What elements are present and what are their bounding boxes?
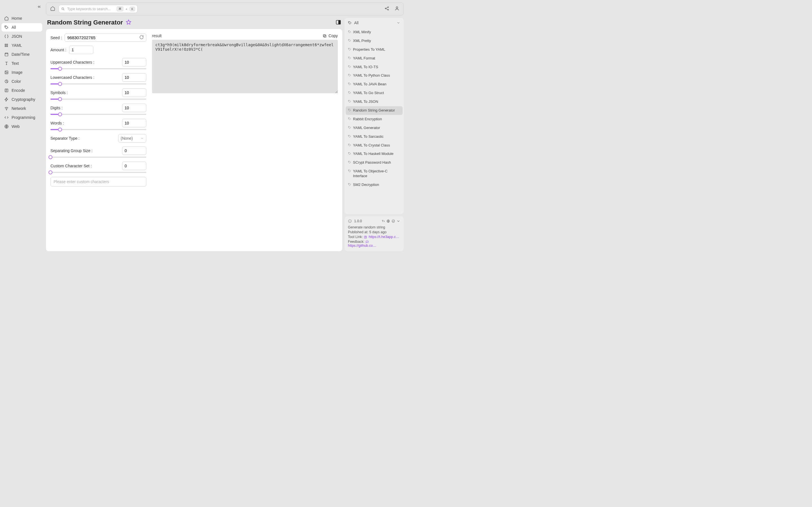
nav-label: Image bbox=[11, 70, 22, 75]
wifi-icon bbox=[4, 106, 9, 111]
tool-item[interactable]: XML Minify bbox=[346, 28, 403, 37]
svg-point-38 bbox=[349, 170, 349, 171]
message-icon bbox=[365, 240, 369, 244]
svg-point-22 bbox=[349, 31, 349, 32]
tool-item-label: XML Minify bbox=[353, 30, 371, 35]
version-text: 1.0.0 bbox=[354, 219, 362, 223]
tool-item[interactable]: YAML To IO-TS bbox=[346, 63, 403, 71]
words-input[interactable] bbox=[122, 119, 146, 127]
svg-point-37 bbox=[349, 162, 349, 162]
home-icon bbox=[4, 16, 9, 20]
group-size-slider[interactable] bbox=[50, 157, 146, 158]
home-button[interactable] bbox=[50, 6, 55, 12]
user-button[interactable] bbox=[395, 6, 400, 12]
svg-rect-4 bbox=[7, 46, 8, 47]
custom-set-count-input[interactable] bbox=[122, 162, 146, 170]
tag-icon bbox=[348, 21, 352, 25]
lowercase-input[interactable] bbox=[122, 73, 146, 82]
nav-item-yaml[interactable]: YAML bbox=[1, 41, 42, 50]
nav-label: Programming bbox=[11, 115, 35, 120]
tool-item-label: Rabbit Encryption bbox=[353, 117, 382, 122]
nav-label: All bbox=[11, 25, 16, 30]
group-size-input[interactable] bbox=[122, 147, 146, 155]
check-circle-icon[interactable] bbox=[391, 219, 395, 223]
tool-item[interactable]: YAML To Sarcastic bbox=[346, 132, 403, 141]
tool-item[interactable]: YAML To Haskell Module bbox=[346, 150, 403, 158]
tool-item[interactable]: YAML Generator bbox=[346, 124, 403, 132]
encode-icon bbox=[4, 88, 9, 93]
symbols-input[interactable] bbox=[122, 89, 146, 97]
digits-input[interactable] bbox=[122, 104, 146, 112]
tool-item-label: YAML To Objective-C Interface bbox=[353, 169, 400, 179]
layout-toggle-button[interactable] bbox=[336, 19, 341, 26]
svg-rect-19 bbox=[324, 35, 326, 38]
lowercase-slider[interactable] bbox=[50, 83, 146, 84]
nav-item-cryptography[interactable]: Cryptography bbox=[1, 95, 42, 104]
uppercase-slider[interactable] bbox=[50, 68, 146, 69]
tool-list[interactable]: XML MinifyXML PrettyProperties To YAMLYA… bbox=[345, 28, 404, 214]
right-filter-dropdown[interactable]: All bbox=[345, 18, 404, 28]
search-box[interactable]: ⌘ + K bbox=[59, 5, 138, 13]
share-button[interactable] bbox=[384, 6, 389, 12]
separator-select[interactable]: (None) bbox=[118, 134, 146, 143]
tag-icon bbox=[348, 65, 351, 68]
nav-item-color[interactable]: Color bbox=[1, 77, 42, 86]
nav-item-json[interactable]: JSON bbox=[1, 32, 42, 41]
tool-item[interactable]: YAML To JAVA Bean bbox=[346, 80, 403, 89]
code-icon bbox=[4, 115, 9, 120]
tool-item-label: YAML To JAVA Bean bbox=[353, 82, 387, 87]
symbols-slider[interactable] bbox=[50, 99, 146, 100]
words-slider[interactable] bbox=[50, 129, 146, 130]
nav-item-home[interactable]: Home bbox=[1, 14, 42, 22]
amount-input[interactable] bbox=[69, 46, 93, 54]
nav-item-datetime[interactable]: Date/Time bbox=[1, 50, 42, 59]
tool-link[interactable]: https://t.he3app.co… bbox=[364, 235, 400, 239]
custom-set-slider[interactable] bbox=[50, 172, 146, 173]
tag-icon bbox=[348, 82, 351, 86]
svg-point-13 bbox=[385, 8, 386, 9]
favorite-button[interactable] bbox=[126, 19, 132, 26]
tool-item[interactable]: YAML To Python Class bbox=[346, 71, 403, 80]
tool-item[interactable]: YAML To Objective-C Interface bbox=[346, 167, 403, 180]
collapse-sidebar-button[interactable] bbox=[37, 4, 42, 10]
digits-slider[interactable] bbox=[50, 114, 146, 115]
custom-characters-input[interactable] bbox=[50, 177, 146, 186]
tag-icon bbox=[348, 183, 351, 186]
tool-item[interactable]: Properties To YAML bbox=[346, 45, 403, 54]
text-size-icon[interactable] bbox=[381, 219, 385, 223]
info-panel: 1.0.0 Generate random string Published a… bbox=[345, 216, 404, 251]
tool-item[interactable]: YAML To JSON bbox=[346, 98, 403, 106]
svg-point-29 bbox=[349, 92, 349, 93]
svg-rect-2 bbox=[5, 46, 6, 47]
copy-icon bbox=[322, 34, 327, 38]
search-input[interactable] bbox=[67, 7, 114, 11]
tool-item[interactable]: XML Pretty bbox=[346, 37, 403, 45]
digits-label: Digits : bbox=[50, 106, 63, 110]
chevron-down-icon[interactable] bbox=[396, 219, 400, 223]
nav-item-encode[interactable]: Encode bbox=[1, 86, 42, 95]
copy-button[interactable]: Copy bbox=[322, 34, 338, 38]
nav-label: Home bbox=[11, 16, 22, 20]
nav-item-web[interactable]: Web bbox=[1, 122, 42, 131]
nav-label: Cryptography bbox=[11, 97, 35, 102]
tool-item[interactable]: Random String Generator bbox=[346, 106, 403, 115]
tool-item[interactable]: Rabbit Encryption bbox=[346, 115, 403, 124]
seed-refresh-button[interactable] bbox=[139, 35, 144, 40]
tool-item[interactable]: YAML Format bbox=[346, 54, 403, 63]
tag-icon bbox=[348, 144, 351, 147]
nav-item-text[interactable]: Text bbox=[1, 59, 42, 68]
result-output[interactable]: ct3g*h9(milk8dryformerbreak&UwrongBvilla… bbox=[152, 40, 338, 93]
seed-input[interactable] bbox=[67, 35, 139, 40]
tool-item[interactable]: YAML To Go Struct bbox=[346, 89, 403, 98]
uppercase-input[interactable] bbox=[122, 58, 146, 66]
tool-item[interactable]: SM2 Decryption bbox=[346, 180, 403, 189]
globe-icon[interactable] bbox=[386, 219, 390, 223]
info-tool-link: Tool Link: https://t.he3app.co… bbox=[348, 235, 400, 239]
nav-item-all[interactable]: All bbox=[1, 23, 42, 32]
page-title: Random String Generator bbox=[47, 19, 123, 26]
tool-item[interactable]: YAML To Crystal Class bbox=[346, 141, 403, 150]
tool-item[interactable]: SCrypt Password Hash bbox=[346, 158, 403, 167]
nav-item-network[interactable]: Network bbox=[1, 104, 42, 113]
nav-item-image[interactable]: Image bbox=[1, 68, 42, 76]
nav-item-programming[interactable]: Programming bbox=[1, 113, 42, 122]
